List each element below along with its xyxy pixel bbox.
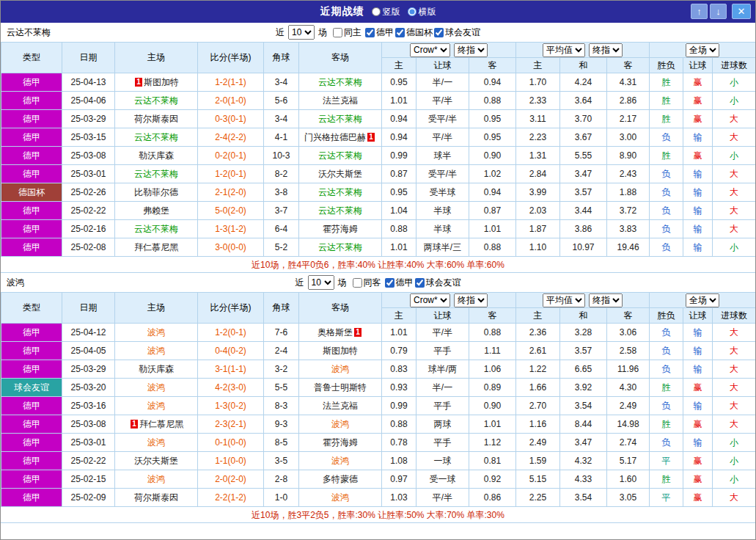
league-filter[interactable]: 德甲 [365, 26, 394, 39]
odds-home: 0.93 [382, 379, 416, 397]
league-filter[interactable]: 德国杯 [395, 26, 433, 39]
match-date: 25-04-06 [62, 92, 115, 110]
avg-draw: 3.64 [560, 92, 607, 110]
odds-handicap: 平/半 [416, 128, 469, 147]
average-stage-select[interactable]: 终指 [589, 43, 623, 57]
league-checkbox[interactable] [395, 28, 405, 37]
sub-col-wdl: 胜负 [650, 308, 683, 324]
fulltime-select[interactable]: 全场 [686, 293, 719, 307]
avg-draw: 3.67 [560, 128, 607, 147]
team-name: 比勒菲尔德 [134, 187, 178, 197]
league-label: 球会友谊 [445, 26, 480, 39]
match-date: 25-02-22 [62, 452, 115, 470]
away-team: 云达不莱梅 [299, 183, 382, 202]
away-team: 波鸿 [299, 360, 382, 379]
match-date: 25-02-16 [62, 220, 115, 238]
layout-vertical-option[interactable]: 竖版 [372, 6, 400, 18]
bookmaker-select[interactable]: Crow* [410, 293, 450, 307]
corner-score: 3-4 [264, 73, 299, 92]
sub-col-away-odds: 客 [469, 58, 516, 73]
fulltime-select[interactable]: 全场 [686, 43, 719, 57]
recent-count-select[interactable]: 10 [288, 25, 315, 40]
odds-home: 0.94 [382, 110, 416, 128]
average-stage-select[interactable]: 终指 [589, 293, 623, 307]
corner-score: 1-0 [264, 489, 299, 507]
match-date: 25-03-01 [62, 434, 115, 452]
match-row: 德甲25-04-06云达不莱梅2-0(1-0)5-6法兰克福1.01平/半0.8… [1, 92, 756, 110]
same-venue-filter[interactable]: 同主 [333, 26, 362, 39]
close-button[interactable]: ✕ [732, 4, 751, 19]
team-name: 波鸿 [147, 346, 165, 356]
col-home: 主场 [115, 43, 198, 73]
result-wdl: 负 [650, 434, 683, 452]
league-type: 德甲 [1, 452, 62, 470]
sub-col-home-odds: 主 [382, 58, 416, 73]
result-goals: 大 [713, 324, 756, 342]
result-handicap: 输 [683, 360, 713, 379]
team-name: 斯图加特 [144, 77, 179, 87]
vertical-radio[interactable] [372, 7, 381, 16]
horizontal-radio[interactable] [408, 7, 416, 16]
vertical-radio-label: 竖版 [383, 6, 400, 18]
col-date: 日期 [62, 43, 115, 73]
odds-handicap: 平/半 [416, 92, 469, 110]
avg-draw: 3.54 [560, 489, 607, 507]
odds-stage-select[interactable]: 终指 [454, 43, 488, 57]
league-checkbox[interactable] [415, 278, 425, 288]
league-checkbox[interactable] [365, 28, 375, 37]
team-name: 波鸿 [147, 382, 165, 393]
average-group-header: 平均值 终指 [516, 43, 650, 58]
team-section-bremen: 云达不莱梅 近 10 场 同主 德甲德国杯球会友谊 类型 [1, 23, 755, 273]
match-score: 1-1(0-0) [198, 452, 264, 470]
result-wdl: 胜 [650, 73, 683, 92]
avg-home: 1.31 [516, 147, 560, 165]
odds-home: 0.94 [382, 128, 416, 147]
league-filter[interactable]: 德甲 [385, 277, 414, 289]
avg-draw: 3.54 [560, 397, 607, 415]
summary-line: 近10场，胜3平2负5，胜率:30% 让胜率:50% 大率:70% 单率:30% [1, 507, 755, 523]
result-handicap: 赢 [683, 147, 713, 165]
odds-away: 0.87 [469, 202, 516, 220]
away-team: 波鸿 [299, 452, 382, 470]
filter-controls: 近 10 场 同主 德甲德国杯球会友谊 [276, 25, 480, 40]
average-select[interactable]: 平均值 [543, 43, 585, 57]
avg-home: 1.22 [516, 360, 560, 379]
same-venue-checkbox[interactable] [353, 278, 362, 288]
odds-home: 0.99 [382, 397, 416, 415]
odds-away: 0.88 [469, 324, 516, 342]
same-venue-label: 同客 [364, 277, 381, 289]
same-venue-checkbox[interactable] [333, 28, 342, 37]
move-up-button[interactable]: ↑ [691, 4, 708, 19]
result-handicap: 输 [683, 397, 713, 415]
league-filter[interactable]: 球会友谊 [434, 26, 480, 39]
match-date: 25-03-29 [62, 110, 115, 128]
league-checkbox[interactable] [385, 278, 394, 288]
same-venue-filter[interactable]: 同客 [353, 277, 381, 289]
odds-away: 0.81 [469, 452, 516, 470]
league-filter[interactable]: 球会友谊 [415, 277, 461, 289]
bookmaker-select[interactable]: Crow* [410, 43, 450, 57]
average-select[interactable]: 平均值 [543, 293, 585, 307]
home-team: 云达不莱梅 [115, 165, 198, 183]
team-name: 沃尔夫斯堡 [318, 169, 362, 179]
filter-row: 波鸿 近 10 场 同客 德甲球会友谊 [1, 273, 755, 292]
move-down-button[interactable]: ↓ [710, 4, 727, 19]
home-team: 比勒菲尔德 [115, 183, 198, 202]
league-checkbox[interactable] [434, 28, 444, 37]
odds-away: 0.89 [469, 379, 516, 397]
odds-home: 0.99 [382, 147, 416, 165]
layout-horizontal-option[interactable]: 横版 [408, 6, 436, 18]
recent-count-select[interactable]: 10 [308, 275, 334, 290]
result-handicap: 输 [683, 434, 713, 452]
sub-col-avg-home: 主 [516, 58, 560, 73]
sub-col-handicap: 让球 [416, 58, 469, 73]
match-row: 德甲25-04-12波鸿1-2(0-1)7-6奥格斯堡11.01平/半0.882… [1, 324, 756, 342]
odds-stage-select[interactable]: 终指 [454, 293, 488, 307]
corner-score: 5-5 [264, 379, 299, 397]
team-name: 荷尔斯泰因 [134, 114, 178, 124]
result-handicap: 赢 [683, 489, 713, 507]
col-score: 比分(半场) [198, 293, 264, 324]
away-team: 云达不莱梅 [299, 202, 382, 220]
match-date: 25-04-12 [62, 324, 115, 342]
match-row: 德甲25-03-01波鸿0-1(0-0)8-5霍芬海姆0.78平手1.122.4… [1, 434, 756, 452]
